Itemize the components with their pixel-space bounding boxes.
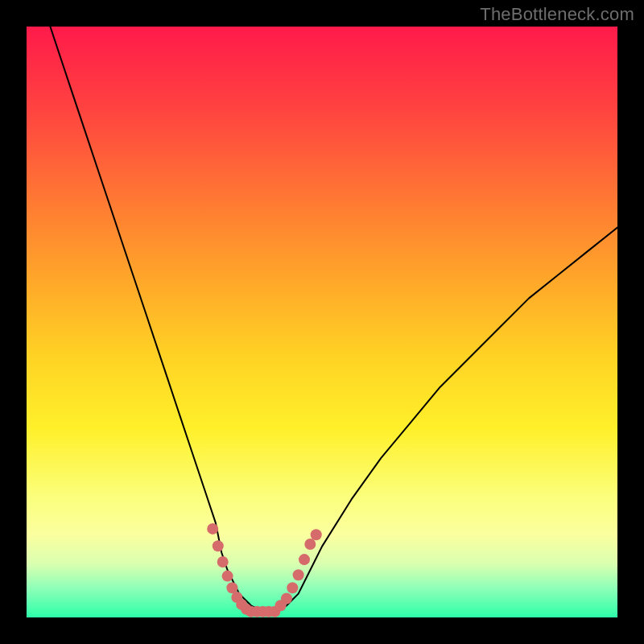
bottleneck-curve (50, 27, 617, 612)
watermark-text: TheBottleneck.com (480, 4, 634, 25)
plot-area (27, 27, 617, 617)
chart-stage: TheBottleneck.com (0, 0, 644, 644)
marker-dot (293, 569, 304, 580)
marker-dot (217, 556, 229, 568)
marker-dot (207, 523, 218, 535)
marker-dot (213, 540, 224, 551)
curve-layer (27, 27, 617, 617)
marker-dot (287, 582, 298, 593)
marker-dot (311, 529, 322, 540)
marker-dot (299, 554, 310, 565)
highlight-markers (207, 523, 322, 617)
marker-dot (304, 539, 316, 550)
marker-dot (222, 571, 233, 582)
marker-dot (281, 593, 292, 605)
